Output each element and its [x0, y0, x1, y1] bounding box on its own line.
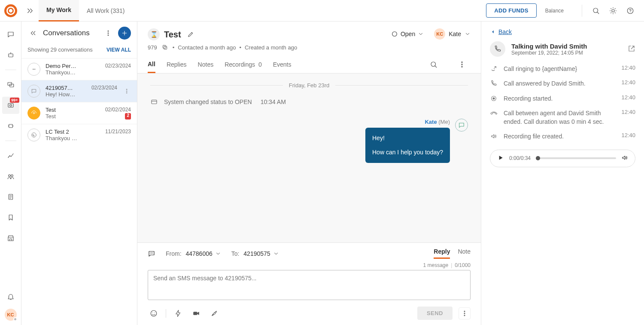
- composer-tab-note[interactable]: Note: [458, 248, 471, 259]
- send-button[interactable]: SEND: [417, 307, 453, 320]
- rail-notifications[interactable]: [2, 288, 19, 305]
- svg-point-20: [126, 92, 127, 93]
- tab-all[interactable]: All: [148, 56, 155, 73]
- edit-title-button[interactable]: [185, 29, 196, 40]
- tab-events[interactable]: Events: [273, 57, 292, 72]
- log-row-icon: [490, 65, 498, 72]
- tab-replies[interactable]: Replies: [167, 57, 187, 72]
- pencil-icon: [187, 31, 194, 38]
- conversation-item[interactable]: Test02/02/2024Test2: [21, 102, 137, 124]
- svg-point-29: [462, 66, 462, 67]
- conv-item-preview: Thankyou …: [46, 135, 77, 141]
- log-row-text: Call between agent and David Smith ended…: [504, 109, 615, 126]
- phone-icon: [494, 45, 501, 53]
- to-dropdown[interactable]: 42190575: [243, 250, 279, 257]
- svg-point-1: [612, 9, 614, 12]
- popout-button[interactable]: [628, 45, 635, 54]
- to-label: To:: [231, 250, 240, 257]
- send-more-button[interactable]: [459, 307, 471, 319]
- conv-collapse-button[interactable]: [27, 28, 39, 39]
- rocket-button[interactable]: [208, 307, 220, 319]
- lightning-icon: [174, 310, 182, 317]
- player-track[interactable]: [536, 157, 616, 159]
- conv-item-icon: [27, 129, 40, 141]
- conv-item-icon: [27, 63, 40, 76]
- conv-item-preview: Hey! How…: [46, 91, 75, 98]
- rail-conversations[interactable]: [2, 76, 19, 93]
- svg-point-13: [108, 33, 109, 34]
- svg-rect-23: [164, 46, 167, 49]
- view-all-link[interactable]: VIEW ALL: [106, 47, 131, 53]
- bell-icon: [7, 293, 15, 300]
- svg-rect-3: [8, 54, 13, 57]
- help-icon: [626, 7, 634, 15]
- conv-item-more[interactable]: [122, 85, 131, 98]
- svg-rect-24: [163, 45, 166, 48]
- system-event: System changed status to OPEN 10:34 AM: [150, 95, 468, 108]
- back-link[interactable]: Back: [490, 28, 635, 35]
- note-icon: [7, 193, 15, 201]
- rail-bookmarks[interactable]: [2, 209, 19, 226]
- rail-contacts[interactable]: [2, 168, 19, 185]
- created-label: Created a month ago: [245, 44, 297, 51]
- conv-item-title: 4219057…: [46, 85, 73, 91]
- theme-toggle-button[interactable]: [605, 2, 622, 19]
- rail-analytics[interactable]: [2, 147, 19, 164]
- svg-point-33: [464, 311, 465, 312]
- chevron-down-icon: [215, 251, 221, 257]
- quick-action-button[interactable]: [172, 307, 184, 319]
- collapse-nav-button[interactable]: [21, 2, 39, 19]
- tab-my-work[interactable]: My Work: [39, 0, 79, 21]
- chevrons-left-icon: [30, 30, 36, 37]
- new-conversation-button[interactable]: [118, 27, 131, 40]
- rail-inbox[interactable]: 99+: [2, 97, 19, 114]
- char-counter: 1 message|0/1000: [148, 262, 471, 268]
- status-dropdown[interactable]: Open: [391, 31, 424, 37]
- tab-notes[interactable]: Notes: [198, 57, 214, 72]
- from-dropdown[interactable]: 44786006: [185, 250, 221, 257]
- emoji-button[interactable]: [148, 307, 160, 319]
- svg-point-25: [392, 32, 397, 37]
- conversation-item[interactable]: Demo Per…02/23/2024Thankyou…: [21, 58, 137, 80]
- conversation-item[interactable]: LC Test 211/21/2023Thankyou …: [21, 124, 137, 146]
- add-funds-button[interactable]: ADD FUNDS: [486, 3, 536, 18]
- log-row-time: 12:40: [621, 132, 635, 138]
- call-log-row: Call ringing to {agentName}12:40: [490, 64, 635, 73]
- tab-recordings[interactable]: Recordings 0: [225, 57, 262, 72]
- rail-notes[interactable]: [2, 188, 19, 205]
- log-row-text: Call answered by David Smith.: [504, 79, 615, 88]
- rocket-icon: [210, 310, 218, 317]
- composer-tab-reply[interactable]: Reply: [434, 248, 450, 259]
- assignee-avatar: KC: [434, 28, 445, 40]
- conv-item-icon: [27, 85, 40, 98]
- assignee-dropdown[interactable]: KC Kate: [434, 28, 471, 40]
- search-button[interactable]: [587, 2, 605, 19]
- play-button[interactable]: [497, 154, 504, 162]
- chat-icon: [7, 31, 15, 38]
- log-row-time: 12:40: [621, 109, 635, 115]
- help-button[interactable]: [622, 2, 639, 19]
- message-input[interactable]: [148, 270, 471, 300]
- call-log-row: Call between agent and David Smith ended…: [490, 109, 635, 126]
- timeline-search-button[interactable]: [425, 56, 442, 73]
- copy-id-button[interactable]: [161, 43, 169, 52]
- svg-point-19: [126, 91, 127, 92]
- svg-point-21: [33, 112, 35, 114]
- audio-player[interactable]: 0:00/0:34: [490, 150, 635, 167]
- rail-user-avatar[interactable]: KC: [5, 309, 17, 321]
- conversation-item[interactable]: 4219057…02/23/2024Hey! How…: [21, 80, 137, 102]
- timeline-more-button[interactable]: [453, 56, 471, 73]
- more-vert-icon: [105, 30, 112, 37]
- app-logo[interactable]: [0, 0, 21, 21]
- conversation-title: Test: [164, 30, 181, 40]
- volume-button[interactable]: [621, 154, 628, 162]
- conversation-list: Demo Per…02/23/2024Thankyou…4219057…02/2…: [21, 58, 137, 325]
- tab-all-work[interactable]: All Work (331): [79, 0, 132, 21]
- rail-chat[interactable]: [2, 26, 19, 43]
- rail-bot[interactable]: [2, 46, 19, 64]
- chevron-down-icon: [465, 31, 471, 37]
- rail-store[interactable]: [2, 230, 19, 247]
- rail-ai[interactable]: [2, 117, 19, 135]
- video-button[interactable]: [190, 307, 202, 319]
- conv-more-button[interactable]: [103, 28, 114, 39]
